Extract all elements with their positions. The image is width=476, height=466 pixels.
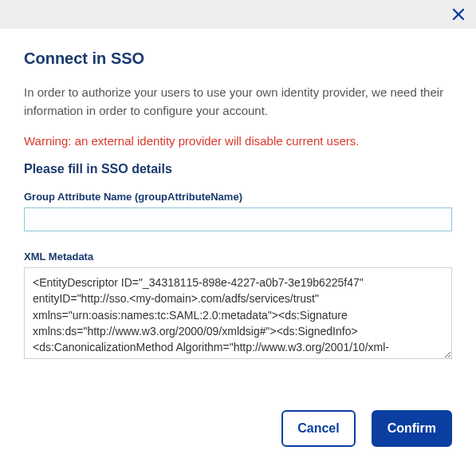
warning-text: Warning: an external identity provider w… [24, 134, 452, 148]
close-button[interactable] [447, 3, 470, 26]
cancel-button[interactable]: Cancel [281, 410, 355, 447]
close-icon [452, 8, 465, 21]
form-subheading: Please fill in SSO details [24, 162, 452, 176]
xml-metadata-textarea[interactable] [24, 267, 452, 359]
confirm-button[interactable]: Confirm [372, 410, 452, 447]
sso-connect-modal: Connect in SSO In order to authorize you… [0, 0, 476, 466]
group-attribute-input[interactable] [24, 207, 452, 231]
modal-titlebar [0, 0, 476, 29]
group-attribute-label: Group Attribute Name (groupAttributeName… [24, 191, 452, 203]
intro-text: In order to authorize your users to use … [24, 84, 452, 120]
modal-heading: Connect in SSO [24, 49, 452, 68]
modal-content: Connect in SSO In order to authorize you… [0, 29, 476, 396]
xml-metadata-label: XML Metadata [24, 251, 452, 263]
xml-metadata-field [24, 267, 452, 362]
modal-footer: Cancel Confirm [0, 396, 476, 466]
